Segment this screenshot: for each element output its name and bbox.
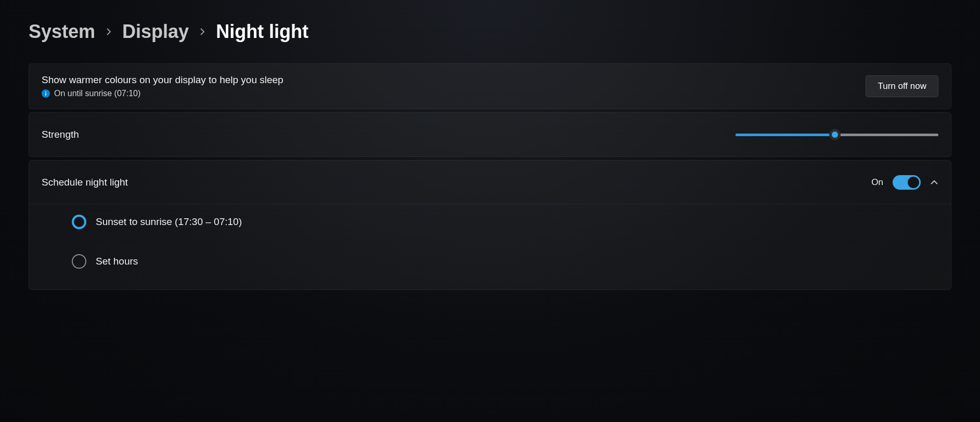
- radio-indicator: [72, 215, 86, 229]
- status-text: On until sunrise (07:10): [54, 89, 140, 98]
- slider-fill: [736, 134, 835, 136]
- radio-label-sunset: Sunset to sunrise (17:30 – 07:10): [96, 216, 242, 228]
- radio-indicator: [72, 254, 86, 269]
- slider-thumb[interactable]: [829, 129, 841, 140]
- strength-label: Strength: [42, 129, 79, 140]
- turn-off-button[interactable]: Turn off now: [866, 75, 938, 97]
- breadcrumb-system[interactable]: System: [29, 21, 95, 43]
- toggle-knob: [908, 177, 919, 188]
- schedule-card: Schedule night light On Sunset to sunris…: [29, 160, 951, 290]
- radio-set-hours[interactable]: Set hours: [72, 254, 938, 269]
- breadcrumb-display[interactable]: Display: [122, 21, 189, 43]
- toggle-state-label: On: [871, 177, 883, 188]
- slider-thumb-inner: [832, 131, 838, 138]
- strength-slider[interactable]: [736, 129, 938, 140]
- svg-rect-1: [45, 93, 46, 96]
- radio-label-set-hours: Set hours: [96, 256, 138, 267]
- status-line: On until sunrise (07:10): [42, 89, 283, 98]
- info-description: Show warmer colours on your display to h…: [42, 74, 283, 86]
- chevron-right-icon: [105, 28, 113, 36]
- schedule-options: Sunset to sunrise (17:30 – 07:10) Set ho…: [29, 204, 951, 289]
- breadcrumb: System Display Night light: [29, 21, 951, 43]
- page-title: Night light: [216, 21, 308, 43]
- chevron-up-icon[interactable]: [930, 178, 938, 187]
- chevron-right-icon: [198, 28, 207, 36]
- radio-sunset-to-sunrise[interactable]: Sunset to sunrise (17:30 – 07:10): [72, 215, 938, 229]
- info-card: Show warmer colours on your display to h…: [29, 63, 951, 109]
- schedule-label: Schedule night light: [42, 177, 128, 188]
- schedule-toggle[interactable]: [893, 175, 921, 190]
- strength-card: Strength: [29, 112, 951, 157]
- info-icon: [42, 89, 50, 98]
- svg-point-0: [45, 91, 46, 93]
